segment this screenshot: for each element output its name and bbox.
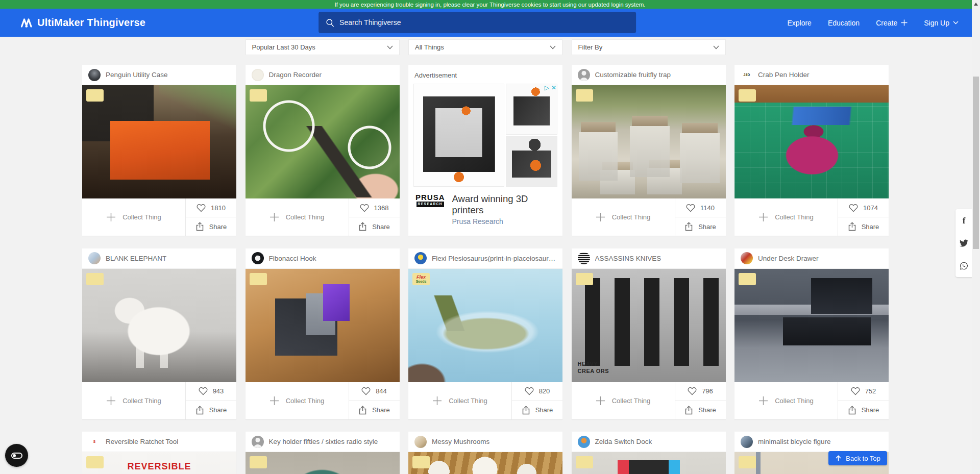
ad-advertiser[interactable]: Prusa Research <box>452 217 557 226</box>
thing-image[interactable]: FlexSeeds <box>408 269 562 382</box>
facebook-icon[interactable]: f <box>960 216 968 225</box>
creator-avatar[interactable] <box>414 252 427 264</box>
thing-card: Zelda Switch Dock Collect Thing Share <box>572 432 726 474</box>
ad-banner[interactable]: ▷ ✕ <box>413 84 557 187</box>
share-button[interactable]: Share <box>349 401 400 419</box>
share-button[interactable]: Share <box>349 217 400 236</box>
like-button[interactable]: 943 <box>186 382 236 401</box>
filter-by-dropdown[interactable]: Filter By <box>572 39 726 55</box>
nav-signup[interactable]: Sign Up <box>924 19 959 27</box>
share-button[interactable]: Share <box>675 401 726 419</box>
twitter-icon[interactable] <box>960 239 968 247</box>
thing-image[interactable]: REVERSIBLE <box>82 452 236 474</box>
like-button[interactable]: 1368 <box>349 198 400 217</box>
share-button[interactable]: Share <box>186 217 236 236</box>
ad-image-bottom[interactable] <box>506 136 557 187</box>
creator-avatar[interactable] <box>578 252 590 264</box>
creator-avatar[interactable] <box>88 69 101 81</box>
collect-thing-button[interactable]: Collect Thing <box>246 382 349 419</box>
whatsapp-icon[interactable] <box>960 261 968 270</box>
scrollbar-thumb[interactable] <box>973 77 979 249</box>
scrollbar[interactable] <box>972 0 980 474</box>
thing-title[interactable]: Key holder fifties / sixties radio style <box>269 438 378 445</box>
creator-avatar[interactable]: J3D <box>741 69 753 81</box>
thumbnail-badge: FlexSeeds <box>412 273 430 285</box>
collect-thing-button[interactable]: Collect Thing <box>734 198 838 236</box>
creator-avatar[interactable] <box>578 436 590 448</box>
thing-title[interactable]: ASSASSINS KNIVES <box>595 255 662 262</box>
collect-thing-button[interactable]: Collect Thing <box>82 198 185 236</box>
creator-avatar[interactable] <box>252 436 264 448</box>
share-button[interactable]: Share <box>838 217 889 236</box>
ad-image-large[interactable] <box>413 84 504 187</box>
thing-title[interactable]: Reversible Ratchet Tool <box>106 438 178 445</box>
creator-avatar[interactable] <box>578 69 590 81</box>
thing-card-header: Zelda Switch Dock <box>572 432 726 452</box>
like-button[interactable]: 1074 <box>838 198 889 217</box>
thing-image[interactable] <box>82 269 236 382</box>
back-to-top-button[interactable]: Back to Top <box>828 451 887 465</box>
share-button[interactable]: Share <box>838 401 889 419</box>
like-button[interactable]: 796 <box>675 382 726 401</box>
thing-image[interactable] <box>246 452 400 474</box>
sort-dropdown[interactable]: Popular Last 30 Days <box>246 39 400 55</box>
creator-avatar[interactable] <box>741 252 753 264</box>
share-button[interactable]: Share <box>675 217 726 236</box>
like-button[interactable]: 752 <box>838 382 889 401</box>
thing-image[interactable] <box>572 85 726 198</box>
collect-thing-button[interactable]: Collect Thing <box>572 382 675 419</box>
nav-create[interactable]: Create <box>876 19 908 27</box>
search-box[interactable] <box>318 12 636 33</box>
cookie-settings-button[interactable] <box>5 444 28 467</box>
thing-title[interactable]: Zelda Switch Dock <box>595 438 652 445</box>
heart-icon <box>199 387 208 395</box>
thing-image[interactable] <box>734 85 889 198</box>
brand-home-link[interactable]: UltiMaker Thingiverse <box>20 17 145 29</box>
thing-image[interactable] <box>572 452 726 474</box>
nav-explore[interactable]: Explore <box>787 19 811 27</box>
thing-image[interactable] <box>82 85 236 198</box>
search-input[interactable] <box>339 18 629 27</box>
ad-close-icon[interactable]: ✕ <box>551 85 556 91</box>
thing-title[interactable]: minimalist bicycle figure <box>758 438 831 445</box>
ad-image-top[interactable] <box>506 84 557 135</box>
creator-avatar[interactable] <box>414 436 427 448</box>
adchoices-icon[interactable]: ▷ <box>545 85 549 91</box>
thing-image[interactable] <box>734 269 889 382</box>
thing-image[interactable]: HEAVY CREA ORS <box>572 269 726 382</box>
nav-education[interactable]: Education <box>828 19 860 27</box>
avatar-monogram: S <box>93 440 96 443</box>
category-dropdown[interactable]: All Things <box>408 39 562 55</box>
thing-title[interactable]: Crab Pen Holder <box>758 71 810 79</box>
thing-image[interactable] <box>246 85 400 198</box>
creator-avatar[interactable] <box>252 69 264 81</box>
collect-thing-button[interactable]: Collect Thing <box>734 382 838 419</box>
like-button[interactable]: 844 <box>349 382 400 401</box>
collect-thing-button[interactable]: Collect Thing <box>82 382 185 419</box>
creator-avatar[interactable] <box>252 252 264 264</box>
share-button[interactable]: Share <box>186 401 236 419</box>
thumbnail-badge <box>739 89 756 102</box>
collect-thing-button[interactable]: Collect Thing <box>246 198 349 236</box>
thing-image[interactable] <box>246 269 400 382</box>
ad-headline[interactable]: Award winning 3D printers <box>452 193 557 216</box>
creator-avatar[interactable] <box>88 252 101 264</box>
like-button[interactable]: 820 <box>512 382 562 401</box>
scrollbar-up-arrow-icon[interactable] <box>974 3 978 6</box>
thing-image[interactable] <box>408 452 562 474</box>
thing-title[interactable]: Dragon Recorder <box>269 71 322 79</box>
like-button[interactable]: 1140 <box>675 198 726 217</box>
share-button[interactable]: Share <box>512 401 562 419</box>
creator-avatar[interactable] <box>741 436 753 448</box>
thing-title[interactable]: Under Desk Drawer <box>758 255 819 262</box>
thing-title[interactable]: Customizable fruitfly trap <box>595 71 671 79</box>
thing-title[interactable]: Messy Mushrooms <box>432 438 489 445</box>
like-button[interactable]: 1810 <box>186 198 236 217</box>
thing-title[interactable]: Flexi Plesiosaurus(print-in-placeiosauru… <box>432 255 556 262</box>
thing-title[interactable]: BLANK ELEPHANT <box>106 255 166 262</box>
creator-avatar[interactable]: S <box>88 436 101 448</box>
thing-title[interactable]: Penguin Utility Case <box>106 71 168 79</box>
collect-thing-button[interactable]: Collect Thing <box>572 198 675 236</box>
thing-title[interactable]: Fibonacci Hook <box>269 255 316 262</box>
collect-thing-button[interactable]: Collect Thing <box>408 382 511 419</box>
